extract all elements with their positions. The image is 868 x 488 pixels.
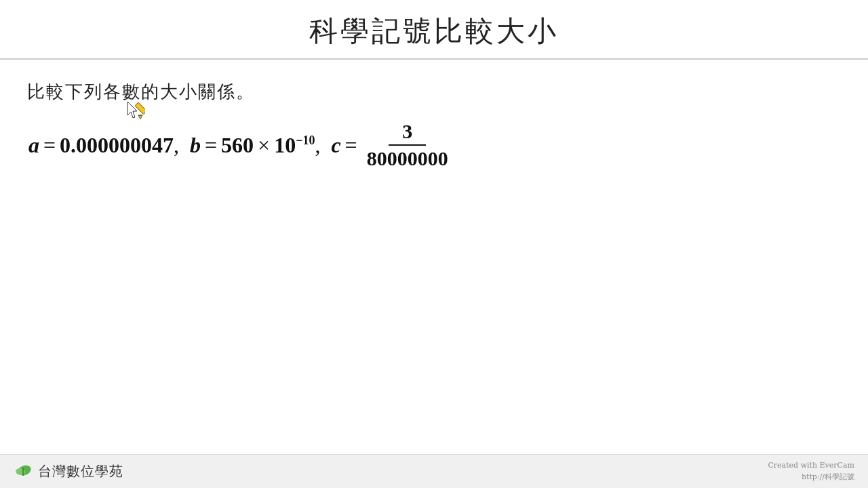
comma-2: , xyxy=(315,133,326,158)
numerator: 3 xyxy=(389,120,426,146)
title-area: 科學記號比較大小 xyxy=(0,0,868,60)
variable-b: b xyxy=(190,133,201,158)
variable-c: c xyxy=(331,133,340,158)
value-b: 560 xyxy=(221,133,254,158)
math-expression: a = 0.000000047 , b = 560 × 10−10 , c = … xyxy=(27,120,841,170)
value-a: 0.000000047 xyxy=(60,133,174,158)
org-name: 台灣數位學苑 xyxy=(38,462,123,481)
equals-c: = xyxy=(345,133,357,158)
created-line1: Created with EverCam xyxy=(768,460,854,472)
denominator: 80000000 xyxy=(364,146,451,170)
footer-logo: 台灣數位學苑 xyxy=(14,462,123,481)
footer-created: Created with EverCam http://科學記號 xyxy=(768,460,854,483)
multiply-sign: × xyxy=(258,133,270,158)
comma-1: , xyxy=(174,133,184,158)
content-area: 比較下列各數的大小關係。 a = 0.000000047 , b = 560 ×… xyxy=(0,60,868,184)
variable-a: a xyxy=(28,133,39,158)
base-10: 10−10 xyxy=(274,133,315,158)
page-container: 科學記號比較大小 比較下列各數的大小關係。 a = 0.000000047 , … xyxy=(0,0,868,488)
logo-icon xyxy=(14,462,33,481)
footer: 台灣數位學苑 Created with EverCam http://科學記號 xyxy=(0,454,868,488)
equals-b: = xyxy=(205,133,217,158)
page-title: 科學記號比較大小 xyxy=(309,14,559,47)
created-line2: http://科學記號 xyxy=(768,472,854,483)
fraction-c: 3 80000000 xyxy=(364,120,451,170)
equals-a: = xyxy=(43,133,56,158)
exponent: −10 xyxy=(296,134,315,147)
instruction-text: 比較下列各數的大小關係。 xyxy=(27,80,841,104)
